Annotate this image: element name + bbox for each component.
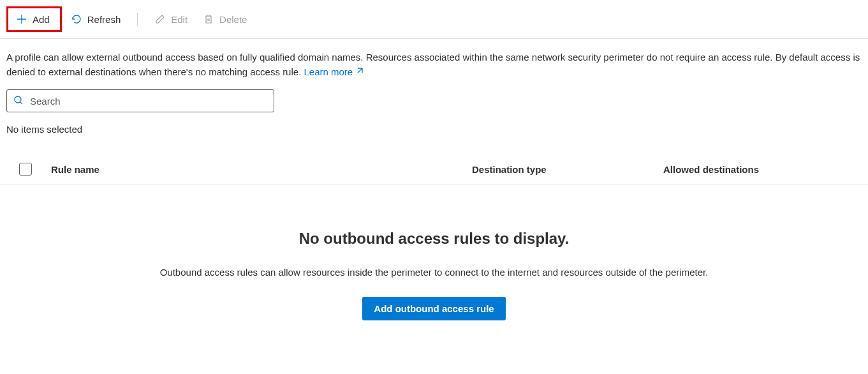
selection-status: No items selected bbox=[0, 112, 868, 135]
external-link-icon bbox=[355, 65, 364, 80]
column-allowed-destinations[interactable]: Allowed destinations bbox=[663, 164, 862, 175]
add-button[interactable]: Add bbox=[10, 10, 56, 29]
empty-state-title: No outbound access rules to display. bbox=[13, 230, 855, 248]
description-text: A profile can allow external outbound ac… bbox=[0, 39, 868, 79]
refresh-icon bbox=[71, 13, 82, 25]
svg-point-0 bbox=[15, 96, 21, 103]
toolbar: Add Refresh Edit Delete bbox=[0, 0, 868, 39]
search-container bbox=[0, 79, 868, 112]
search-icon bbox=[13, 95, 24, 107]
description-body: A profile can allow external outbound ac… bbox=[6, 52, 860, 77]
delete-button[interactable]: Delete bbox=[196, 10, 253, 29]
refresh-button-label: Refresh bbox=[87, 14, 121, 25]
empty-state-description: Outbound access rules can allow resource… bbox=[13, 267, 855, 278]
add-button-label: Add bbox=[33, 14, 50, 25]
plus-icon bbox=[16, 13, 27, 25]
learn-more-label: Learn more bbox=[304, 65, 353, 80]
edit-button[interactable]: Edit bbox=[148, 10, 194, 29]
edit-button-label: Edit bbox=[171, 14, 188, 25]
add-outbound-rule-button[interactable]: Add outbound access rule bbox=[362, 297, 505, 320]
learn-more-link[interactable]: Learn more bbox=[304, 65, 364, 80]
pencil-icon bbox=[154, 13, 166, 25]
search-input[interactable] bbox=[30, 96, 267, 107]
column-rule-name[interactable]: Rule name bbox=[51, 164, 472, 175]
toolbar-separator bbox=[137, 13, 138, 26]
search-box[interactable] bbox=[6, 89, 274, 112]
column-destination-type[interactable]: Destination type bbox=[472, 164, 663, 175]
select-all-cell bbox=[6, 163, 51, 176]
table-header-row: Rule name Destination type Allowed desti… bbox=[0, 150, 868, 185]
refresh-button[interactable]: Refresh bbox=[64, 10, 128, 29]
select-all-checkbox[interactable] bbox=[19, 163, 32, 176]
trash-icon bbox=[203, 13, 214, 25]
add-button-highlight: Add bbox=[6, 6, 62, 32]
delete-button-label: Delete bbox=[219, 14, 247, 25]
empty-state: No outbound access rules to display. Out… bbox=[0, 185, 868, 333]
